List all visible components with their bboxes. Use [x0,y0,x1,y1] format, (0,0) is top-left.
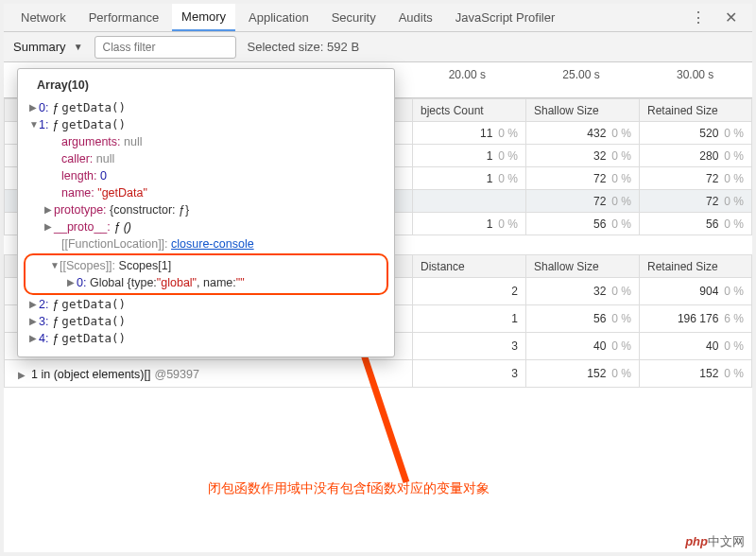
class-filter-input[interactable] [94,36,236,59]
tree-row[interactable]: ▶3: ƒ getData() [24,313,388,330]
object-inspector-popup[interactable]: Array(10) ▶0: ƒ getData() ▼1: ƒ getData(… [17,68,395,357]
memory-toolbar: Summary ▼ Selected size: 592 B [4,32,752,62]
tab-network[interactable]: Network [11,5,76,30]
tree-row[interactable]: length: 0 [24,167,388,184]
summary-dropdown[interactable]: Summary ▼ [13,40,83,54]
tab-application[interactable]: Application [239,5,318,30]
tree-row[interactable]: ▶2: ƒ getData() [24,296,388,313]
devtools-tabs: Network Performance Memory Application S… [4,4,752,32]
scopes-highlight-box: ▼[[Scopes]]: Scopes[1] ▶0: Global {type:… [24,253,388,295]
caret-down-icon: ▼ [74,42,83,52]
tree-row[interactable]: ▶0: Global {type: "global", name: "" [29,274,383,291]
tab-memory[interactable]: Memory [172,4,235,31]
time-tick: 20.00 s [449,68,486,81]
tree-row[interactable]: arguments: null [24,133,388,150]
annotation-text: 闭包函数作用域中没有包含f函数对应的变量对象 [208,480,490,497]
tab-audits[interactable]: Audits [389,5,442,30]
selected-size-label: Selected size: 592 B [248,40,360,54]
tab-performance[interactable]: Performance [79,5,168,30]
tab-js-profiler[interactable]: JavaScript Profiler [446,5,564,30]
popup-header: Array(10) [24,75,388,99]
tree-row[interactable]: ▶__proto__: ƒ () [24,218,388,235]
tab-security[interactable]: Security [322,5,386,30]
col-distance[interactable]: Distance [413,255,526,278]
time-tick: 30.00 s [677,68,713,81]
tree-row[interactable]: ▼[[Scopes]]: Scopes[1] [29,257,383,274]
tree-row[interactable]: ▼1: ƒ getData() [24,116,388,133]
watermark: php中文网 [679,531,750,552]
col-shallow-size[interactable]: Shallow Size [526,255,640,278]
more-menu-icon[interactable]: ⋮ [683,5,713,30]
col-retained-size[interactable]: Retained Size [640,99,752,122]
col-shallow-size[interactable]: Shallow Size [526,99,640,122]
time-tick: 25.00 s [562,68,599,81]
tree-row[interactable]: ▶0: ƒ getData() [24,99,388,116]
tree-row[interactable]: ▶prototype: {constructor: ƒ} [24,201,388,218]
summary-label: Summary [13,40,66,54]
col-retained-size[interactable]: Retained Size [640,255,752,278]
tree-row[interactable]: caller: null [24,150,388,167]
tree-row[interactable]: ▶4: ƒ getData() [24,330,388,347]
close-icon[interactable]: ✕ [717,5,745,30]
tree-row[interactable]: name: "getData" [24,184,388,201]
tree-row[interactable]: [[FunctionLocation]]: closure-console [24,235,388,252]
col-objects-count[interactable]: bjects Count [413,99,526,122]
table-row[interactable]: ▶1 in (object elements)[] @59397 31520 %… [5,360,752,388]
